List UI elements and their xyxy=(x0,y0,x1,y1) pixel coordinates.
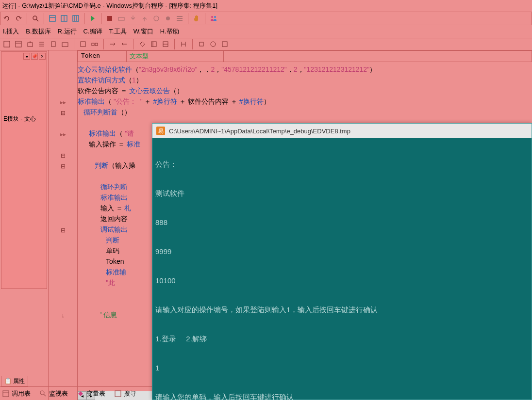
svg-rect-6 xyxy=(73,16,79,21)
svg-rect-15 xyxy=(177,20,183,21)
svg-rect-33 xyxy=(151,42,156,47)
tb2-13-icon[interactable] xyxy=(161,39,170,49)
svg-rect-14 xyxy=(177,18,183,19)
find-icon[interactable] xyxy=(30,13,41,24)
svg-rect-2 xyxy=(50,16,55,21)
svg-rect-21 xyxy=(28,43,33,47)
step-into-icon[interactable] xyxy=(128,13,138,24)
panel-close-icon[interactable]: × xyxy=(39,53,46,60)
menu-window[interactable]: W.窗口 xyxy=(133,27,153,36)
menu-help[interactable]: H.帮助 xyxy=(160,27,179,36)
svg-rect-42 xyxy=(222,42,227,47)
tb2-15-icon[interactable] xyxy=(197,39,206,49)
svg-rect-13 xyxy=(177,16,183,17)
svg-rect-30 xyxy=(95,43,98,46)
svg-rect-9 xyxy=(107,16,112,21)
svg-rect-29 xyxy=(92,43,94,46)
var-name: Token xyxy=(78,51,127,62)
panel-pin-icon[interactable]: 📌 xyxy=(31,53,38,60)
tb2-5-icon[interactable] xyxy=(49,39,58,49)
gutter-arrow-icon: ▸▸ xyxy=(60,99,66,106)
var-row: Token 文本型 xyxy=(78,50,532,62)
svg-point-16 xyxy=(211,16,213,18)
console-window[interactable]: 易 C:\Users\ADMINI~1\AppData\Local\Temp\e… xyxy=(152,123,532,400)
step-out-icon[interactable] xyxy=(139,13,150,24)
tb2-3-icon[interactable] xyxy=(25,39,35,49)
gutter-fold-icon[interactable]: ⊟ xyxy=(61,163,66,170)
tb2-10-icon[interactable] xyxy=(119,39,129,49)
stop-icon[interactable] xyxy=(104,13,115,24)
tab-properties[interactable]: 📋 属性 xyxy=(1,376,28,386)
svg-point-11 xyxy=(154,16,159,21)
svg-point-41 xyxy=(211,42,216,47)
layout3-icon[interactable] xyxy=(70,13,81,24)
var-empty xyxy=(224,51,532,62)
tb2-12-icon[interactable] xyxy=(149,39,159,49)
redo-icon[interactable] xyxy=(13,13,24,24)
tb2-6-icon[interactable] xyxy=(60,39,70,49)
menu-tools[interactable]: T.工具 xyxy=(109,27,127,36)
bp-list-icon[interactable] xyxy=(174,13,185,24)
gutter-fold-icon[interactable]: ⊟ xyxy=(61,152,66,159)
tb2-2-icon[interactable] xyxy=(14,39,23,49)
gutter-down-icon: ↓ xyxy=(62,312,65,319)
tb2-1-icon[interactable] xyxy=(2,39,12,49)
code-gutter: ▸▸ ⊟ ▸▸ ⊟ ⊟ ⊟ ↓ xyxy=(49,50,78,400)
svg-line-46 xyxy=(44,394,46,396)
var-empty xyxy=(175,51,224,62)
tb2-17-icon[interactable] xyxy=(220,39,230,49)
people-icon[interactable] xyxy=(208,13,219,24)
project-panel: ▾ 📌 × E模块 - 文心 xyxy=(1,51,47,289)
tab-search[interactable]: 搜寻 xyxy=(114,389,136,398)
svg-rect-28 xyxy=(81,42,85,47)
svg-rect-19 xyxy=(16,41,21,47)
undo-icon[interactable] xyxy=(1,13,12,24)
tb2-9-icon[interactable] xyxy=(108,39,117,49)
svg-rect-43 xyxy=(3,391,9,397)
layout2-icon[interactable] xyxy=(59,13,69,24)
tab-calltable[interactable]: 调用表 xyxy=(2,389,31,398)
menu-insert[interactable]: I.插入 xyxy=(3,27,19,36)
left-sidebar: ▾ 📌 × E模块 - 文心 📋 属性 xyxy=(0,50,49,400)
menu-bar: I.插入 B.数据库 R.运行 C.编译 T.工具 W.窗口 H.帮助 xyxy=(0,25,532,38)
step-icon[interactable] xyxy=(151,13,162,24)
var-type: 文本型 xyxy=(127,51,175,62)
tb2-4-icon[interactable] xyxy=(37,39,47,49)
svg-point-17 xyxy=(214,16,216,18)
svg-rect-27 xyxy=(62,43,68,47)
breakpoint-icon[interactable] xyxy=(163,13,173,24)
console-titlebar[interactable]: 易 C:\Users\ADMINI~1\AppData\Local\Temp\e… xyxy=(152,124,532,138)
tb2-16-icon[interactable] xyxy=(208,39,218,49)
tab-watch[interactable]: 监视表 xyxy=(39,389,68,398)
tb2-11-icon[interactable] xyxy=(137,39,147,49)
toolbar-main xyxy=(0,12,532,25)
menu-compile[interactable]: C.编译 xyxy=(83,27,102,36)
run-icon[interactable] xyxy=(87,13,98,24)
tb2-7-icon[interactable] xyxy=(78,39,88,49)
panel-dropdown-icon[interactable]: ▾ xyxy=(23,53,30,60)
menu-run[interactable]: R.运行 xyxy=(58,27,77,36)
svg-point-12 xyxy=(166,16,170,20)
gutter-arrow-icon: ▸▸ xyxy=(60,131,66,138)
svg-point-45 xyxy=(40,391,44,395)
svg-rect-47 xyxy=(115,391,121,397)
svg-line-1 xyxy=(36,19,38,21)
step-over-icon[interactable] xyxy=(116,13,127,24)
gutter-fold-icon[interactable]: ⊟ xyxy=(61,110,66,116)
tb2-8-icon[interactable] xyxy=(90,39,100,49)
layout1-icon[interactable] xyxy=(47,13,58,24)
menu-database[interactable]: B.数据库 xyxy=(26,27,50,36)
svg-rect-18 xyxy=(4,41,10,47)
svg-rect-40 xyxy=(200,42,203,46)
tab-vars[interactable]: 变量表 xyxy=(77,389,105,398)
toolbar-secondary xyxy=(0,38,532,50)
module-label: E模块 - 文心 xyxy=(3,115,36,123)
console-output: 公告： 测试软件 888 9999 10100 请输入对应的操作编号，如果登陆则… xyxy=(152,138,532,400)
tb2-14-icon[interactable] xyxy=(179,39,188,49)
console-app-icon: 易 xyxy=(156,127,165,135)
svg-rect-26 xyxy=(51,42,55,47)
gutter-fold-icon[interactable]: ⊟ xyxy=(61,227,66,234)
hand-icon[interactable] xyxy=(191,13,202,24)
title-bar: 运行] - G:\wlyz\1新验证\CMD单码.e - Windows控制台程… xyxy=(0,0,532,12)
svg-point-0 xyxy=(33,16,37,20)
